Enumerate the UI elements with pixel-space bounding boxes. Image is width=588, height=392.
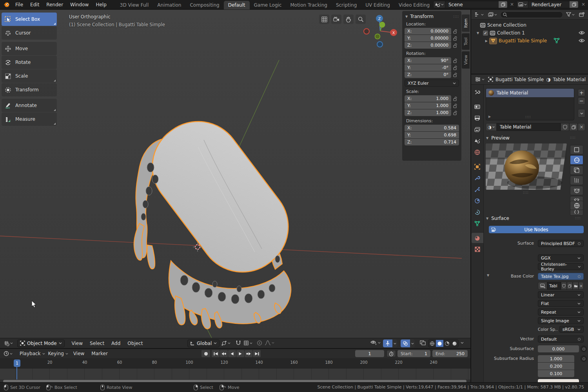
tab-render[interactable] <box>472 102 483 112</box>
lock-scale-y-icon[interactable] <box>451 103 459 108</box>
scale-y-field[interactable]: Y:1.000 <box>405 102 451 109</box>
preview-world-button[interactable] <box>570 201 583 210</box>
toggle-perspective-icon[interactable] <box>319 15 329 24</box>
render-layer-icon[interactable] <box>517 1 528 8</box>
subsurface-color-swatch[interactable] <box>538 379 579 382</box>
preview-hair-button[interactable] <box>570 176 583 185</box>
unlink-image-button[interactable]: × <box>579 282 584 290</box>
workspace-tab-motion-tracking[interactable]: Motion Tracking <box>286 1 331 9</box>
render-layer-name[interactable]: RenderLayer <box>528 2 570 7</box>
tab-constraints[interactable] <box>472 207 483 217</box>
menu-object[interactable]: Object <box>124 341 146 346</box>
subsurface-radius-z[interactable]: 0.100 <box>538 370 574 377</box>
breadcrumb-material[interactable]: Table Material <box>553 77 586 82</box>
outliner-search[interactable] <box>500 11 563 18</box>
scale-z-field[interactable]: Z:1.000 <box>405 109 451 116</box>
editor-type-button[interactable] <box>2 340 14 346</box>
menu-add[interactable]: Add <box>108 341 123 346</box>
base-color-expand-icon[interactable]: ▼ <box>487 274 489 277</box>
sidebar-tab-tool[interactable]: Tool <box>462 33 470 50</box>
dimensions-x-field[interactable]: X:0.584 <box>405 125 459 131</box>
preview-grip[interactable]: :::: <box>570 136 576 140</box>
show-gizmo-toggle[interactable] <box>383 339 397 347</box>
subsurface-method-dropdown[interactable]: Christensen-Burley <box>538 263 584 270</box>
lock-rotation-z-icon[interactable] <box>451 73 459 77</box>
menu-render[interactable]: Render <box>43 0 67 9</box>
auto-keying-button[interactable] <box>201 350 210 357</box>
subsurface-socket-button[interactable] <box>581 346 587 352</box>
workspace-tab-animation[interactable]: Animation <box>153 1 185 9</box>
tree-row-collection-1[interactable]: ▼ ✓ Collection 1 <box>471 29 588 37</box>
prev-keyframe-button[interactable] <box>220 350 228 357</box>
tool-move[interactable]: Move <box>2 42 57 55</box>
subsurface-radius-y[interactable]: 0.200 <box>538 363 574 370</box>
mode-dropdown[interactable]: Object Mode <box>17 339 65 347</box>
lock-location-z-icon[interactable] <box>451 43 459 48</box>
render-layer-unlink-button[interactable]: × <box>580 2 587 7</box>
timeline-ruler[interactable]: 20 40 60 80 100 120 140 160 180 200 220 … <box>0 358 470 368</box>
shading-solid-button[interactable] <box>436 340 443 347</box>
tree-row-bugatti-table[interactable]: ▶ Bugatti Table Simple <box>471 37 588 45</box>
scale-x-field[interactable]: X:1.000 <box>405 95 451 102</box>
proportional-falloff-dropdown[interactable] <box>263 340 276 345</box>
preview-panel-header[interactable]: ▼ Preview <box>486 135 510 141</box>
projection-dropdown[interactable]: Flat <box>538 300 584 307</box>
material-specials-dropdown[interactable] <box>575 123 588 130</box>
play-reverse-button[interactable] <box>228 350 236 357</box>
tool-rotate[interactable]: Rotate <box>2 56 57 69</box>
slot-list-grip[interactable]: :::: <box>525 115 531 119</box>
lock-scale-x-icon[interactable] <box>451 96 459 101</box>
sidebar-tab-item[interactable]: Item <box>462 15 470 32</box>
interpolation-dropdown[interactable]: Linear <box>538 291 584 298</box>
outliner-filter-dropdown[interactable] <box>565 11 576 18</box>
use-nodes-button[interactable]: Use Nodes <box>489 226 584 233</box>
slot-expand-icon[interactable]: ▶ <box>488 115 491 118</box>
lock-location-x-icon[interactable] <box>451 29 459 34</box>
workspace-tab-game-logic[interactable]: Game Logic <box>250 1 286 9</box>
outliner-display-mode-dropdown[interactable] <box>474 11 485 18</box>
workspace-tab-3d-view-full[interactable]: 3D View Full <box>116 1 153 9</box>
outliner-filter-type-dropdown[interactable] <box>487 11 498 18</box>
tool-cursor[interactable]: Cursor <box>2 26 57 40</box>
pan-hand-icon[interactable] <box>343 15 354 24</box>
playback-menu[interactable]: Playback <box>18 351 46 356</box>
preview-flat-button[interactable] <box>570 145 583 154</box>
tab-output[interactable] <box>472 113 483 123</box>
tab-scene[interactable] <box>472 136 483 146</box>
base-color-field[interactable]: Table Tex.jpg <box>538 273 584 280</box>
open-image-folder-button[interactable] <box>573 282 579 290</box>
object-visibility-dropdown[interactable] <box>369 340 382 345</box>
tab-object-data[interactable] <box>472 218 483 229</box>
subsurface-radius-socket-button[interactable] <box>581 356 587 362</box>
distribution-dropdown[interactable]: GGX <box>538 254 584 261</box>
new-collection-button[interactable] <box>578 11 586 18</box>
fake-user-shield-button[interactable] <box>561 123 569 131</box>
tab-material[interactable]: ◕ <box>472 233 483 243</box>
workspace-tab-video-editing[interactable]: Video Editing <box>394 1 434 9</box>
shading-settings-dropdown[interactable] <box>459 342 465 344</box>
outliner-search-input[interactable] <box>509 12 560 18</box>
color-space-dropdown[interactable]: sRGB <box>559 326 584 333</box>
menu-help[interactable]: Help <box>92 0 110 9</box>
scene-unlink-button[interactable]: × <box>508 2 515 7</box>
snap-settings-dropdown[interactable] <box>242 340 254 346</box>
vector-field[interactable]: Default <box>538 336 584 343</box>
proportional-editing-icon[interactable] <box>256 340 263 346</box>
snap-toggle-icon[interactable] <box>234 340 242 346</box>
pivot-point-dropdown[interactable] <box>220 340 232 346</box>
tab-object[interactable] <box>472 162 483 172</box>
tab-particles[interactable] <box>472 184 483 194</box>
render-layer-copy-button[interactable] <box>570 1 578 8</box>
scene-icon[interactable] <box>434 1 445 8</box>
surface-grip[interactable]: :::: <box>575 216 581 220</box>
navigation-gizmo[interactable]: Z X <box>361 13 399 51</box>
marker-menu[interactable]: Marker <box>88 351 111 356</box>
render-layer-selector[interactable]: RenderLayer <box>517 1 579 8</box>
workspace-tab-compositing[interactable]: Compositing <box>185 1 223 9</box>
hide-object-eye-icon[interactable] <box>579 38 585 43</box>
tab-physics[interactable] <box>472 196 483 206</box>
shading-wireframe-button[interactable] <box>428 340 436 347</box>
menu-window[interactable]: Window <box>67 0 92 9</box>
dimensions-z-field[interactable]: Z:0.714 <box>405 139 459 145</box>
camera-view-icon[interactable] <box>331 15 341 24</box>
